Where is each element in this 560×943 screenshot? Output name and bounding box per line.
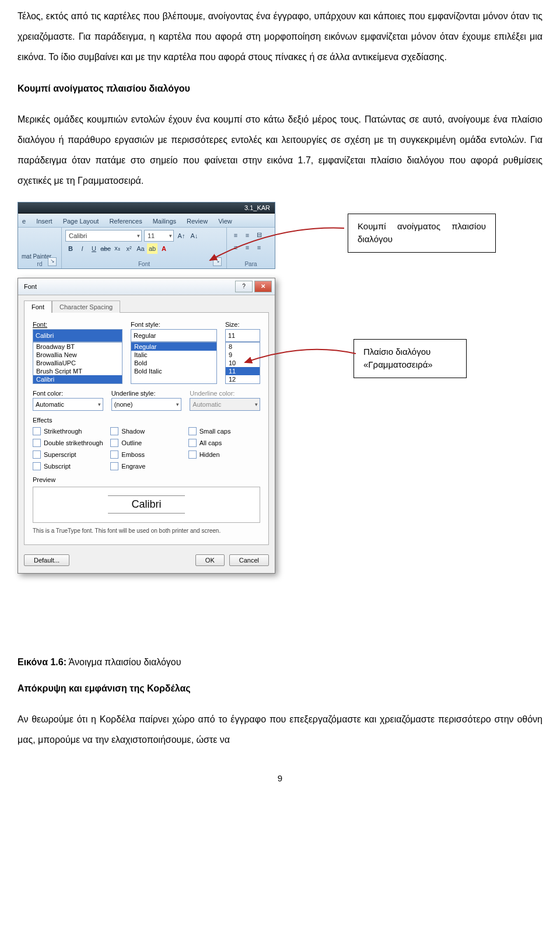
font-input[interactable] — [33, 329, 123, 342]
preview-heading: Preview — [33, 476, 260, 483]
change-case-button[interactable]: Aa — [135, 243, 146, 254]
align-center-icon[interactable]: ≡ — [242, 242, 253, 253]
chk-engrave[interactable]: Engrave — [110, 462, 182, 470]
figure-1-6: 3.1_KAR e Insert Page Layout References … — [18, 202, 542, 634]
ribbon-tab-insert[interactable]: Insert — [35, 216, 54, 227]
ribbon-tab-home-edge[interactable]: e — [21, 216, 27, 227]
figure-caption: Εικόνα 1.6: Άνοιγμα πλαισίου διαλόγου — [18, 657, 542, 668]
chk-subscript[interactable]: Subscript — [33, 462, 104, 470]
paragraph-2: Μερικές ομάδες κουμπιών εντολών έχουν έν… — [18, 109, 542, 191]
callout-dialog-launcher: Κουμπί ανοίγματος πλαισίου διαλόγου — [348, 214, 496, 253]
ribbon-tab-references[interactable]: References — [108, 216, 143, 227]
font-group: Calibri 11 A↑ A↓ B I U abc x₂ x² Aa ab — [62, 228, 227, 268]
tab-font[interactable]: Font — [24, 301, 52, 313]
chk-superscript[interactable]: Superscript — [33, 450, 104, 459]
label-font-color: Font color: — [33, 390, 103, 397]
numbering-icon[interactable]: ≡ — [242, 230, 253, 240]
close-icon[interactable]: ✕ — [254, 281, 272, 292]
underline-button[interactable]: U — [89, 243, 99, 254]
paragraph-3: Αν θεωρούμε ότι η Κορδέλα παίρνει χώρο α… — [18, 709, 542, 750]
dialog-title: Font — [24, 283, 37, 290]
underline-style-dropdown[interactable]: (none) — [111, 398, 182, 411]
superscript-button[interactable]: x² — [124, 243, 134, 254]
size-listbox[interactable]: 8 9 10 11 12 — [225, 342, 260, 384]
ribbon-tab-mailings[interactable]: Mailings — [152, 216, 177, 227]
size-input[interactable] — [225, 329, 260, 342]
italic-button[interactable]: I — [77, 243, 88, 254]
chk-double-strike[interactable]: Double strikethrough — [33, 439, 104, 447]
help-icon[interactable]: ? — [235, 281, 253, 292]
format-painter-label[interactable]: mat Painter — [22, 253, 51, 260]
ribbon-tab-review[interactable]: Review — [186, 216, 209, 227]
heading-dialog-launcher: Κουμπί ανοίγματος πλαισίου διαλόγου — [18, 78, 542, 99]
shrink-font-icon[interactable]: A↓ — [189, 230, 200, 241]
font-size-combo[interactable]: 11 — [144, 230, 174, 242]
chk-smallcaps[interactable]: Small caps — [188, 427, 260, 435]
window-title-bar: 3.1_KAR — [18, 202, 275, 214]
chk-shadow[interactable]: Shadow — [110, 427, 182, 435]
label-underline-color: Underline color: — [190, 390, 260, 397]
font-style-listbox[interactable]: Regular Italic Bold Bold Italic — [131, 342, 217, 384]
paragraph-1: Τέλος, εκτός από τις καρτέλες που βλέπου… — [18, 6, 542, 68]
ribbon-tab-view[interactable]: View — [217, 216, 233, 227]
preview-sample: Calibri — [108, 495, 184, 514]
preview-box: Calibri — [33, 487, 260, 523]
ribbon-tabs: e Insert Page Layout References Mailings… — [18, 214, 275, 228]
underline-color-dropdown: Automatic — [190, 398, 260, 411]
chk-allcaps[interactable]: All caps — [188, 439, 260, 447]
font-dialog: Font ? ✕ Font Character Spacing Font: Br… — [18, 278, 275, 574]
default-button[interactable]: Default... — [24, 554, 69, 566]
label-underline-style: Underline style: — [111, 390, 182, 397]
heading-hide-ribbon: Απόκρυψη και εμφάνιση της Κορδέλας — [18, 678, 542, 698]
font-name-combo[interactable]: Calibri — [65, 230, 142, 242]
label-font: Font: — [33, 321, 123, 328]
label-size: Size: — [225, 321, 260, 328]
chk-hidden[interactable]: Hidden — [188, 450, 260, 459]
clipboard-group-label: rd ↘ — [22, 260, 58, 267]
font-color-dropdown[interactable]: Automatic — [33, 398, 103, 411]
highlight-button[interactable]: ab — [147, 243, 158, 254]
font-listbox[interactable]: Broadway BT Browallia New BrowalliaUPC B… — [33, 342, 123, 384]
font-dialog-launcher[interactable]: ↘ — [213, 257, 222, 266]
callout-font-dialog: Πλαίσιο διαλόγου «Γραμματοσειρά» — [354, 339, 467, 378]
paragraph-group: ≡ ≡ ⊟ ≡ ≡ ≡ Para — [227, 228, 275, 268]
cancel-button[interactable]: Cancel — [229, 554, 269, 566]
strike-button[interactable]: abc — [100, 243, 111, 254]
chk-outline[interactable]: Outline — [110, 439, 182, 447]
ribbon-tab-pagelayout[interactable]: Page Layout — [62, 216, 100, 227]
align-right-icon[interactable]: ≡ — [254, 242, 264, 253]
effects-heading: Effects — [33, 417, 260, 424]
page-number: 9 — [18, 773, 542, 783]
align-left-icon[interactable]: ≡ — [230, 242, 241, 253]
font-color-button[interactable]: A — [159, 243, 169, 254]
chk-strikethrough[interactable]: Strikethrough — [33, 427, 104, 435]
ok-button[interactable]: OK — [195, 554, 225, 566]
clipboard-dialog-launcher[interactable]: ↘ — [48, 257, 57, 266]
paragraph-group-label: Para — [230, 260, 271, 267]
word-ribbon: 3.1_KAR e Insert Page Layout References … — [18, 202, 275, 269]
grow-font-icon[interactable]: A↑ — [176, 230, 187, 241]
multilevel-icon[interactable]: ⊟ — [254, 230, 264, 240]
subscript-button[interactable]: x₂ — [112, 243, 123, 254]
clipboard-group: mat Painter rd ↘ — [18, 228, 62, 268]
tab-character-spacing[interactable]: Character Spacing — [52, 301, 120, 313]
label-font-style: Font style: — [131, 321, 217, 328]
font-style-input[interactable] — [131, 329, 217, 342]
preview-note: This is a TrueType font. This font will … — [33, 528, 260, 534]
bullets-icon[interactable]: ≡ — [230, 230, 241, 240]
effects-grid: Strikethrough Shadow Small caps Double s… — [33, 427, 260, 470]
bold-button[interactable]: B — [65, 243, 76, 254]
chk-emboss[interactable]: Emboss — [110, 450, 182, 459]
font-group-label: Font ↘ — [65, 260, 223, 267]
